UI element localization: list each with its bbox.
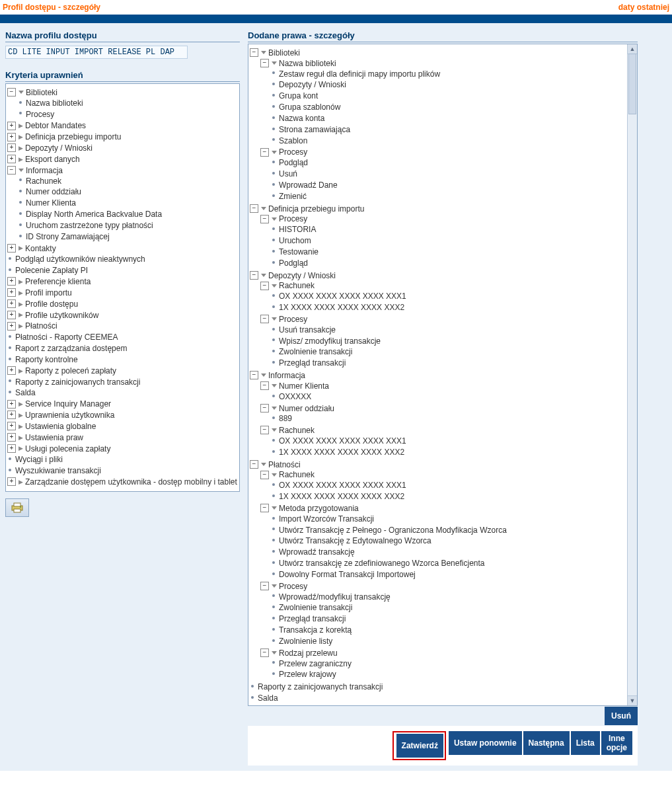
tree-node[interactable]: +▶Profil importu (7, 287, 238, 298)
tree-leaf[interactable]: 1X XXXX XXXX XXXX XXXX XXX2 (271, 301, 626, 313)
tree-node[interactable]: −Metoda przygotowania Import Wzorców Tra… (260, 502, 626, 580)
tree-leaf[interactable]: Raporty z zainicjowanych transakcji (7, 376, 238, 387)
tree-node[interactable]: −Nazwa biblioteki Zestaw reguł dla defin… (260, 58, 626, 147)
list-button[interactable]: Lista (571, 731, 600, 755)
tree-leaf[interactable]: Nazwa konta (271, 112, 626, 124)
tree-leaf[interactable]: Wyciągi i pliki (250, 703, 626, 705)
tree-node[interactable]: +▶Ustawienia praw (7, 432, 238, 443)
tree-node[interactable]: +▶Depozyty / Wnioski (7, 142, 238, 153)
tree-node[interactable]: +▶Raporty z poleceń zapłaty (7, 365, 238, 376)
tree-leaf[interactable]: Wpisz/ zmodyfikuj transakcje (271, 335, 626, 346)
tree-leaf[interactable]: Zwolnienie transakcji (271, 346, 626, 357)
tree-leaf[interactable]: Display North America Backvalue Data (18, 208, 238, 219)
tree-node[interactable]: +▶Profile użytkowników (7, 309, 238, 321)
tree-leaf[interactable]: Utwórz Transakcję z Pełnego - Ograniczon… (271, 524, 626, 535)
tree-leaf[interactable]: Podgląd użytkowników nieaktywnych (7, 253, 238, 264)
tree-node[interactable]: −Płatności −Rachunek OX XXXX XXXX XXXX X… (250, 459, 626, 682)
tree-leaf[interactable]: Raporty kontrolne (7, 354, 238, 365)
tree-leaf[interactable]: Zwolnienie transakcji (271, 602, 626, 613)
tree-node[interactable]: +▶Definicja przebiegu importu (7, 131, 238, 142)
tree-node[interactable]: −Procesy Usuń transakcje Wpisz/ zmodyfik… (260, 313, 626, 369)
tree-leaf[interactable]: Salda (250, 692, 626, 703)
tree-leaf[interactable]: Testowanie (271, 246, 626, 257)
print-button[interactable] (5, 498, 29, 517)
remove-button[interactable]: Usuń (605, 707, 638, 725)
tree-leaf[interactable]: Numer oddziału (18, 186, 238, 197)
scroll-down-icon[interactable]: ▼ (628, 695, 637, 705)
tree-leaf[interactable]: Przelew zagraniczny (271, 658, 626, 669)
tree-leaf[interactable]: Przelew krajowy (271, 668, 626, 680)
approve-button[interactable]: Zatwierdź (396, 734, 443, 758)
tree-leaf[interactable]: Dowolny Format Transakcji Importowej (271, 569, 626, 580)
tree-node-biblioteki[interactable]: −Biblioteki Nazwa biblioteki Procesy (7, 87, 238, 120)
scrollbar[interactable]: ▲ ▼ (627, 44, 637, 705)
tree-leaf[interactable]: 889 (271, 413, 626, 424)
tree-leaf[interactable]: 1X XXXX XXXX XXXX XXXX XXX2 (271, 491, 626, 502)
tree-leaf[interactable]: Podgląd (271, 157, 626, 168)
tree-leaf[interactable]: Strona zamawiająca (271, 124, 626, 135)
tree-leaf[interactable]: OXXXXX (271, 391, 626, 402)
tree-leaf[interactable]: Utwórz Transakcję z Edytowalnego Wzorca (271, 535, 626, 546)
tree-leaf[interactable]: Transakcja z korektą (271, 624, 626, 635)
tree-leaf[interactable]: Raport z zarządzania dostępem (7, 342, 238, 354)
tree-leaf[interactable]: Procesy (18, 108, 238, 120)
tree-leaf[interactable]: ID Strony Zamawiającej (18, 231, 238, 242)
tree-leaf[interactable]: Przegląd transakcji (271, 357, 626, 368)
next-button[interactable]: Następna (523, 731, 570, 755)
tree-leaf[interactable]: Raporty z zainicjowanych transakcji (250, 681, 626, 692)
tree-leaf[interactable]: Usuń transakcje (271, 324, 626, 335)
tree-leaf[interactable]: 1X XXXX XXXX XXXX XXXX XXX2 (271, 446, 626, 457)
tree-leaf[interactable]: Zmienić (271, 190, 626, 202)
tree-node[interactable]: −Rachunek OX XXXX XXXX XXXX XXXX XXX1 1X… (260, 424, 626, 457)
tree-leaf[interactable]: OX XXXX XXXX XXXX XXXX XXX1 (271, 479, 626, 491)
tree-node[interactable]: −Rachunek OX XXXX XXXX XXXX XXXX XXX1 1X… (260, 469, 626, 502)
reset-button[interactable]: Ustaw ponownie (449, 731, 522, 755)
tree-leaf[interactable]: Import Wzorców Transakcji (271, 513, 626, 524)
tree-node[interactable]: +▶Profile dostępu (7, 298, 238, 309)
tree-leaf[interactable]: Numer Klienta (18, 197, 238, 208)
tree-leaf[interactable]: OX XXXX XXXX XXXX XXXX XXX1 (271, 290, 626, 301)
tree-node[interactable]: +▶Usługi polecenia zapłaty (7, 443, 238, 454)
tree-leaf[interactable]: Uruchom (271, 235, 626, 246)
tree-node[interactable]: −Depozyty / Wnioski −Rachunek OX XXXX XX… (250, 270, 626, 370)
tree-node[interactable]: −Procesy Podgląd Usuń Wprowadź Dane Zmie… (260, 146, 626, 202)
tree-node[interactable]: +▶Debtor Mandates (7, 120, 238, 131)
tree-node[interactable]: −Rachunek OX XXXX XXXX XXXX XXXX XXX1 1X… (260, 280, 626, 313)
tree-node[interactable]: +▶Service Inquiry Manager (7, 398, 238, 409)
tree-leaf[interactable]: Podgląd (271, 257, 626, 268)
tree-leaf[interactable]: Zestaw reguł dla definicji mapy importu … (271, 68, 626, 79)
tree-node[interactable]: +▶Eksport danych (7, 153, 238, 165)
tree-leaf[interactable]: Przegląd transakcji (271, 613, 626, 624)
tree-leaf[interactable]: Salda (7, 387, 238, 398)
tree-leaf[interactable]: Płatności - Raporty CEEMEA (7, 331, 238, 342)
tree-node[interactable]: −Procesy Wprowadź/modyfikuj transakcję Z… (260, 580, 626, 647)
tree-node[interactable]: −Numer Klienta OXXXXX (260, 380, 626, 403)
tree-node[interactable]: +▶Ustawienia globalne (7, 420, 238, 432)
tree-leaf[interactable]: Grupa szablonów (271, 101, 626, 112)
tree-leaf[interactable]: Polecenie Zapłaty PI (7, 264, 238, 276)
tree-leaf[interactable]: Nazwa biblioteki (18, 97, 238, 108)
tree-node[interactable]: +▶Uprawnienia użytkownika (7, 409, 238, 420)
tree-node[interactable]: −Numer oddziału 889 (260, 403, 626, 425)
tree-leaf[interactable]: Usuń (271, 168, 626, 179)
tree-leaf[interactable]: Depozyty / Wnioski (271, 79, 626, 90)
other-options-button[interactable]: Inne opcje (601, 731, 632, 755)
tree-leaf[interactable]: Szablon (271, 135, 626, 146)
tree-leaf[interactable]: Wprowadź/modyfikuj transakcję (271, 591, 626, 602)
profile-name-input[interactable] (5, 46, 188, 59)
tree-leaf[interactable]: Uruchom zastrzeżone typy płatności (18, 219, 238, 231)
tree-node[interactable]: −Rodzaj przelewu Przelew zagraniczny Prz… (260, 647, 626, 680)
tree-node[interactable]: +▶Kontakty (7, 243, 238, 254)
tree-leaf[interactable]: Wyciągi i pliki (7, 453, 238, 465)
tree-node[interactable]: −Definicja przebiegu importu −Procesy HI… (250, 203, 626, 270)
tree-node-informacja[interactable]: −Informacja Rachunek Numer oddziału Nume… (7, 165, 238, 243)
tree-leaf[interactable]: Grupa kont (271, 90, 626, 101)
tree-leaf[interactable]: Zwolnienie listy (271, 635, 626, 647)
tree-node[interactable]: −Biblioteki −Nazwa biblioteki Zestaw reg… (250, 47, 626, 203)
tree-node[interactable]: −Informacja −Numer Klienta OXXXXX −Numer… (250, 370, 626, 459)
tree-node[interactable]: +▶Preferencje klienta (7, 276, 238, 287)
tree-leaf[interactable]: Wyszukiwanie transakcji (7, 465, 238, 476)
scroll-up-icon[interactable]: ▲ (628, 44, 637, 54)
scroll-thumb[interactable] (628, 54, 636, 114)
tree-node[interactable]: +▶Płatności (7, 320, 238, 331)
